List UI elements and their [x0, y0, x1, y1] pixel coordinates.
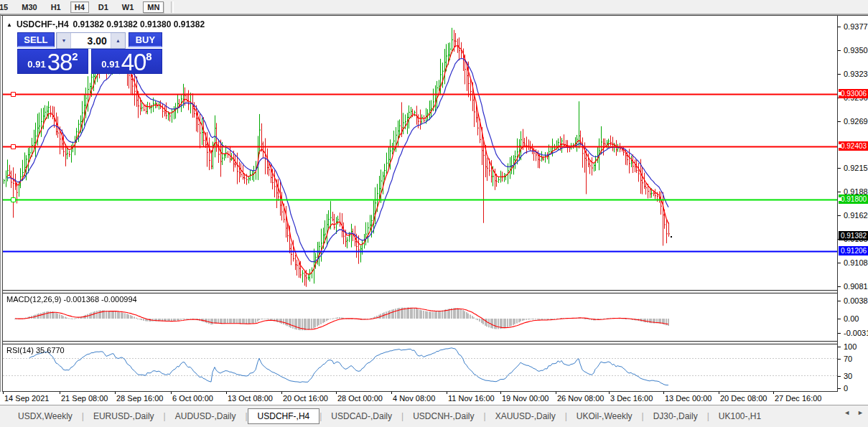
tab-scroll-right-icon[interactable]: ► [857, 409, 864, 416]
axis-tick-mark [838, 286, 841, 287]
tab-audusd-daily[interactable]: AUDUSD-,Daily [166, 409, 246, 423]
axis-tick-mark [838, 388, 841, 389]
date-tick-mark [391, 392, 392, 394]
axis-tick-mark [838, 192, 841, 192]
tab-dj30-daily[interactable]: DJ30-,Daily [644, 409, 707, 423]
date-tick-mark [60, 392, 60, 394]
line-handle[interactable] [838, 144, 841, 148]
volume-increase-button[interactable]: ▲ [111, 33, 125, 48]
tab-scroll-buttons: ◄ ► [844, 409, 864, 416]
date-axis[interactable]: 14 Sep 202121 Sep 08:0028 Sep 16:006 Oct… [0, 392, 868, 405]
axis-tick-mark [838, 27, 841, 27]
timeframe-button-MN[interactable]: MN [143, 1, 164, 13]
rsi-label: RSI(14) 35.6770 [6, 346, 65, 355]
tab-scroll-left-icon[interactable]: ◄ [844, 409, 850, 416]
date-tick-mark [115, 392, 116, 394]
macd-tick: -0.003115 [844, 329, 868, 337]
tab-usdcad-daily[interactable]: USDCAD-,Daily [322, 409, 401, 423]
tab-ukoil-weekly[interactable]: UKOil-,Weekly [567, 409, 642, 423]
buy-price-sup: 8 [146, 50, 151, 62]
volume-spinner: ▼ ▲ [56, 32, 126, 49]
axis-tick-mark [838, 168, 841, 169]
axis-tick-mark [838, 376, 841, 377]
chart-tab-bar: USDX,Weekly|EURUSD-,Daily|AUDUSD-,Daily|… [0, 405, 868, 427]
price-tick: 0.93775 [844, 22, 868, 31]
tab-usdx-weekly[interactable]: USDX,Weekly [9, 409, 82, 423]
date-tick-mark [500, 392, 501, 394]
price-tick: 0.91620 [844, 211, 868, 220]
terminal-window: 15M30H1H4D1W1MN ▲ USDCHF-,H4 0.91382 0.9… [0, 0, 868, 427]
spinner-down-icon: ▼ [61, 38, 66, 43]
tab-usdcnh-daily[interactable]: USDCNH-,Daily [403, 409, 483, 423]
level-price-chip[interactable]: 0.92403 [839, 141, 868, 151]
buy-price-tile[interactable]: 0.91 40 8 [91, 49, 162, 74]
sell-button[interactable]: SELL [17, 32, 55, 47]
tab-xauusd-daily[interactable]: XAUUSD-,Daily [486, 409, 565, 423]
axis-tick-mark [838, 359, 841, 360]
collapse-panel-icon[interactable]: ▲ [6, 22, 12, 28]
date-label: 13 Dec 00:00 [665, 394, 711, 403]
date-tick-mark [281, 392, 282, 394]
date-label: 3 Dec 16:00 [610, 394, 653, 403]
date-tick-mark [609, 392, 610, 394]
sell-price-tile[interactable]: 0.91 38 2 [17, 49, 88, 74]
price-tick: 0.90810 [844, 282, 868, 291]
chart-symbol-period: USDCHF-,H4 [17, 19, 69, 29]
axis-tick-mark [838, 333, 841, 334]
date-label: 6 Oct 00:00 [172, 394, 213, 403]
macd-pane-top-border [3, 293, 868, 294]
axis-tick-mark [838, 121, 841, 122]
date-tick-mark [447, 392, 447, 394]
date-tick-mark [719, 392, 719, 394]
level-price-chip[interactable]: 0.91206 [839, 246, 868, 255]
rsi-tick: 30 [844, 372, 852, 380]
price-axis[interactable]: 0.937750.935050.932350.929650.926950.924… [837, 16, 868, 392]
date-label: 19 Nov 00:00 [502, 394, 549, 403]
price-tick: 0.92155 [844, 164, 868, 172]
timeframe-button-D1[interactable]: D1 [94, 1, 113, 13]
date-label: 26 Nov 08:00 [557, 394, 604, 403]
tab-eurusd-daily[interactable]: EURUSD-,Daily [84, 409, 164, 423]
price-tick: 0.93505 [844, 46, 868, 55]
date-label: 13 Oct 08:00 [228, 394, 273, 403]
date-tick-mark [663, 392, 664, 394]
volume-input[interactable] [71, 33, 111, 48]
rsi-indicator-pane[interactable] [3, 344, 837, 391]
axis-tick-mark [838, 301, 841, 301]
date-tick-mark [3, 392, 4, 394]
date-label: 14 Sep 2021 [4, 394, 49, 403]
rsi-tick: 70 [844, 355, 852, 363]
line-handle[interactable] [838, 92, 841, 95]
timeframe-button-H4[interactable]: H4 [70, 1, 89, 13]
date-tick-mark [336, 392, 337, 394]
date-tick-mark [773, 392, 774, 394]
tab-uk100-h1[interactable]: UK100-,H1 [709, 409, 770, 423]
date-tick-mark [556, 392, 556, 394]
buy-price-small: 0.91 [101, 59, 119, 70]
date-label: 28 Oct 00:00 [337, 394, 383, 403]
axis-tick-mark [838, 50, 841, 51]
volume-decrease-button[interactable]: ▼ [57, 33, 71, 48]
timeframe-button-H1[interactable]: H1 [47, 1, 65, 13]
sell-price-sup: 2 [72, 50, 78, 62]
buy-price-big: 40 [121, 52, 146, 73]
date-label: 11 Nov 16:00 [448, 394, 495, 403]
date-label: 20 Oct 16:00 [283, 394, 328, 403]
date-label: 27 Dec 16:00 [775, 394, 821, 403]
macd-tick: 0.00 [844, 314, 859, 323]
level-price-chip[interactable]: 0.91800 [839, 194, 868, 204]
line-handle[interactable] [838, 197, 841, 201]
timeframe-button-15[interactable]: 15 [0, 1, 12, 13]
buy-button[interactable]: BUY [129, 32, 162, 47]
date-label: 20 Dec 08:00 [720, 394, 767, 403]
toolbar-separator [171, 1, 174, 13]
price-tick: 0.92695 [844, 117, 868, 126]
one-click-trading-panel: SELL ▼ ▲ BUY 0.91 38 2 0.91 40 8 [17, 32, 162, 74]
macd-values: -0.001368 -0.000994 [63, 295, 136, 304]
level-price-chip[interactable]: 0.93006 [839, 89, 868, 98]
bid-price-chip: 0.91382 [839, 231, 868, 240]
timeframe-button-M30[interactable]: M30 [17, 1, 41, 13]
timeframe-button-W1[interactable]: W1 [118, 1, 139, 13]
price-tick: 0.91080 [844, 258, 868, 267]
tab-usdchf-h4[interactable]: USDCHF-,H4 [248, 408, 320, 424]
